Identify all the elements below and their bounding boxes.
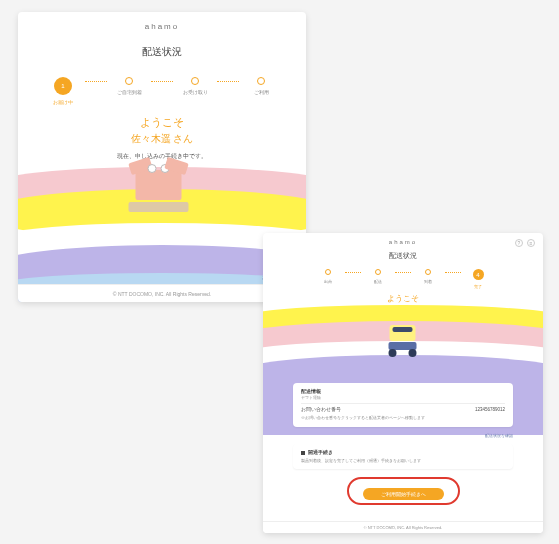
menu-icon[interactable]: ≡ [527,239,535,247]
welcome-block: ようこそ 佐々木遥 さん 現在、申し込みの手続き中です。 [18,115,306,161]
step-label: ご利用 [254,89,269,95]
tracking-note: ※お問い合わせ番号をクリックすると配送業者のページへ移動します [301,415,505,421]
step-2: ご自宅到着 [107,77,151,95]
brand-logo: ahamo [263,239,543,245]
step-connector [217,81,239,82]
activation-cta-button[interactable]: ご利用開始手続きへ [363,488,444,500]
footer-copyright: © NTT DOCOMO, INC. All Rights Reserved. [263,521,543,533]
step-1: 出荷 [311,269,345,284]
step-label: ご自宅到着 [117,89,142,95]
step-label: お受け取り [183,89,208,95]
step-dot: 1 [54,77,72,95]
delivery-status-card-step4: ? ≡ ahamo 配送状況 出荷 配送 到着 4完了 ようこそ 佐々木遥 さん… [263,233,543,533]
progress-stepper: 出荷 配送 到着 4完了 [263,269,543,289]
step-label: お届け中 [53,99,73,105]
panel-header: 開通手続き [308,450,333,455]
step-dot [257,77,265,85]
activation-panel: 開通手続き 製品到着後、設定を完了してご利用（開通）手続きをお願いします [293,444,513,470]
step-dot [191,77,199,85]
carrier-name: ヤマト運輸 [301,395,505,400]
shipping-info-panel: 配送情報 ヤマト運輸 お問い合わせ番号 123456789012 ※お問い合わせ… [293,383,513,427]
status-message: 現在、申し込みの手続き中です。 [18,152,306,161]
welcome-line2: 佐々木遥 さん [18,132,306,146]
bullet-icon [301,451,305,455]
step-3: 到着 [411,269,445,284]
step-4: 4完了 [461,269,495,289]
welcome-line1: ようこそ [263,293,543,304]
step-3: お受け取り [173,77,217,95]
brand-logo: ahamo [18,22,306,31]
step-connector [85,81,107,82]
cta-highlight-ring: ご利用開始手続きへ [293,477,513,505]
step-1: 1 お届け中 [41,77,85,105]
activation-text: 製品到着後、設定を完了してご利用（開通）手続きをお願いします [301,458,505,464]
delivery-robot-illustration [390,325,417,357]
step-2: 配送 [361,269,395,284]
step-4: ご利用 [239,77,283,95]
tracking-number[interactable]: 123456789012 [475,407,505,412]
progress-stepper: 1 お届け中 ご自宅到着 お受け取り ご利用 [18,77,306,105]
step-connector [151,81,173,82]
content-panels: 配送情報 ヤマト運輸 お問い合わせ番号 123456789012 ※お問い合わせ… [293,383,513,505]
welcome-line1: ようこそ [18,115,306,130]
page-title: 配送状況 [263,251,543,261]
package-box-illustration [136,170,189,212]
help-icon[interactable]: ? [515,239,523,247]
tracking-label: お問い合わせ番号 [301,407,341,412]
page-title: 配送状況 [18,45,306,59]
check-shipping-link[interactable]: 配送状況を確認 [293,433,513,438]
header-icons: ? ≡ [515,239,535,247]
panel-header: 配送情報 [301,389,505,394]
step-dot [125,77,133,85]
